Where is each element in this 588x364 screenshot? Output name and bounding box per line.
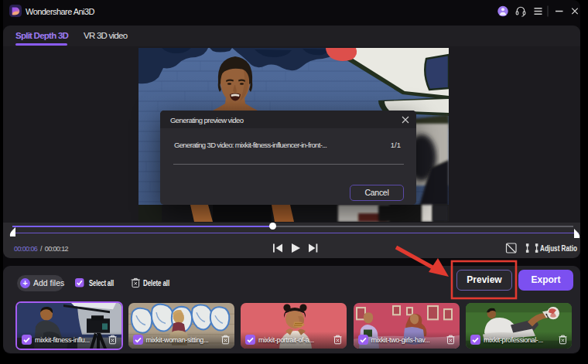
svg-text:Delete all: Delete all <box>143 279 169 287</box>
svg-text:Adjust Ratio: Adjust Ratio <box>540 244 577 253</box>
svg-text:Select all: Select all <box>89 279 114 287</box>
